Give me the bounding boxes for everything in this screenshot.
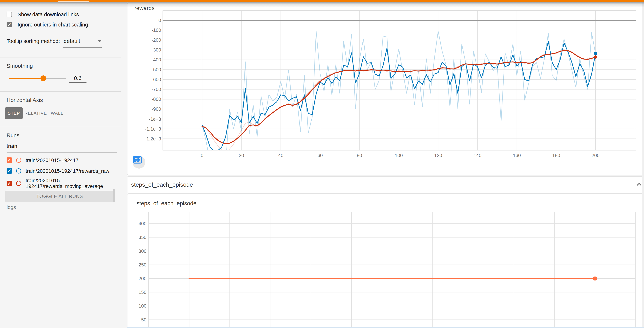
- haxis-step-button[interactable]: STEP: [5, 107, 23, 119]
- app-header-bar: [0, 0, 644, 2]
- svg-text:-1.1e+3: -1.1e+3: [145, 126, 161, 132]
- run-label: train/20201015-192417: [26, 158, 117, 163]
- page-scrollbar[interactable]: [642, 2, 644, 328]
- rewards-chart-card: rewards 0204060801001201401601802000-100…: [127, 2, 643, 175]
- run-checkbox-rewards-raw[interactable]: [6, 168, 12, 174]
- haxis-wall-button[interactable]: WALL: [51, 107, 64, 119]
- run-checkbox-train[interactable]: [6, 158, 12, 163]
- svg-text:20: 20: [239, 153, 244, 158]
- svg-text:50: 50: [141, 317, 146, 323]
- runs-section: Runs: [6, 132, 20, 139]
- svg-text:150: 150: [138, 290, 146, 295]
- run-row[interactable]: train/20201015-192417/rewards_raw: [6, 168, 117, 174]
- divider: [0, 126, 121, 126]
- steps-chart-card: steps_of_each_episode 400350300250200150…: [127, 193, 643, 328]
- svg-text:0: 0: [201, 153, 203, 158]
- smoothing-value-input[interactable]: 0.6: [69, 74, 86, 83]
- svg-text:350: 350: [138, 234, 146, 240]
- ignore-outliers-checkbox[interactable]: [6, 22, 12, 27]
- smoothing-slider-thumb[interactable]: [40, 75, 46, 81]
- divider: [0, 91, 121, 92]
- run-filter-underline: [6, 152, 117, 153]
- svg-text:140: 140: [474, 153, 482, 158]
- runs-list-scrollbar[interactable]: [113, 189, 115, 202]
- svg-text:180: 180: [552, 153, 560, 158]
- horizontal-axis-label: Horizontal Axis: [6, 97, 43, 103]
- ignore-outliers-row[interactable]: Ignore outliers in chart scaling: [6, 22, 88, 27]
- svg-text:80: 80: [357, 153, 362, 158]
- svg-text:-300: -300: [152, 47, 161, 53]
- smoothing-slider-fill: [9, 78, 43, 79]
- svg-text:-200: -200: [152, 37, 161, 43]
- tooltip-sort-label: Tooltip sorting method:: [6, 38, 60, 44]
- show-download-links-row[interactable]: Show data download links: [6, 12, 79, 17]
- svg-text:-500: -500: [152, 67, 161, 72]
- svg-text:-700: -700: [152, 87, 161, 92]
- run-radio-train[interactable]: [16, 158, 21, 163]
- sidebar: Show data download links Ignore outliers…: [0, 2, 127, 328]
- svg-text:100: 100: [395, 153, 403, 158]
- run-row[interactable]: train/20201015-192417/rewards_moving_ave…: [6, 177, 117, 189]
- svg-text:250: 250: [138, 262, 146, 268]
- toggle-all-runs-button[interactable]: TOGGLE ALL RUNS: [5, 191, 114, 202]
- svg-text:-600: -600: [152, 77, 161, 82]
- dropdown-arrow-icon: [98, 40, 102, 42]
- section-title: steps_of_each_episode: [131, 176, 193, 193]
- svg-text:100: 100: [138, 303, 146, 309]
- ignore-outliers-label: Ignore outliers in chart scaling: [18, 22, 88, 28]
- svg-text:-100: -100: [152, 27, 161, 33]
- steps-section-header[interactable]: steps_of_each_episode: [127, 176, 643, 193]
- svg-text:40: 40: [278, 153, 284, 158]
- svg-text:400: 400: [138, 221, 146, 226]
- run-radio-rewards-raw[interactable]: [16, 168, 21, 173]
- tooltip-sort-row: Tooltip sorting method:: [6, 37, 60, 45]
- run-filter-input[interactable]: train: [6, 143, 17, 149]
- smoothing-label: Smoothing: [6, 63, 33, 69]
- chart-toolbar: [132, 156, 178, 168]
- tooltip-sort-value: default: [64, 38, 98, 44]
- svg-text:200: 200: [592, 153, 600, 158]
- svg-text:-400: -400: [152, 57, 161, 62]
- show-download-links-label: Show data download links: [18, 11, 79, 17]
- svg-text:60: 60: [318, 153, 323, 158]
- run-label: train/20201015-192417/rewards_moving_ave…: [26, 178, 117, 189]
- run-row[interactable]: train/20201015-192417: [6, 157, 117, 163]
- runs-title: Runs: [6, 132, 20, 139]
- tooltip-sort-dropdown[interactable]: default: [64, 37, 102, 45]
- run-label: train/20201015-192417/rewards_raw: [26, 168, 117, 174]
- svg-text:-1.2e+3: -1.2e+3: [145, 136, 161, 142]
- run-checkbox-rewards-moving-average[interactable]: [6, 181, 12, 186]
- smoothing-section: Smoothing: [6, 63, 33, 69]
- svg-text:-800: -800: [152, 96, 161, 102]
- haxis-relative-button[interactable]: RELATIVE: [28, 107, 44, 119]
- svg-text:-900: -900: [152, 106, 161, 112]
- horizontal-axis-section: Horizontal Axis: [6, 97, 43, 103]
- run-radio-rewards-moving-average[interactable]: [16, 181, 21, 186]
- svg-text:300: 300: [138, 248, 146, 254]
- dropdown-underline: [63, 47, 102, 48]
- divider: [0, 57, 121, 58]
- tensorboard-app: Show data download links Ignore outliers…: [0, 0, 644, 328]
- fit-domain-icon: [132, 156, 142, 164]
- svg-text:-1e+3: -1e+3: [149, 116, 161, 122]
- svg-text:160: 160: [513, 153, 521, 158]
- fit-domain-button[interactable]: [162, 156, 175, 168]
- show-download-links-checkbox[interactable]: [6, 12, 12, 17]
- svg-text:120: 120: [434, 153, 442, 158]
- logdir-label: logs: [6, 204, 16, 210]
- steps-chart[interactable]: 40035030025020015010050: [128, 194, 643, 328]
- svg-text:200: 200: [138, 276, 146, 281]
- rewards-chart[interactable]: 0204060801001201401601802000-100-200-300…: [128, 3, 643, 175]
- svg-text:0: 0: [158, 17, 161, 23]
- log-scale-button[interactable]: [148, 156, 160, 168]
